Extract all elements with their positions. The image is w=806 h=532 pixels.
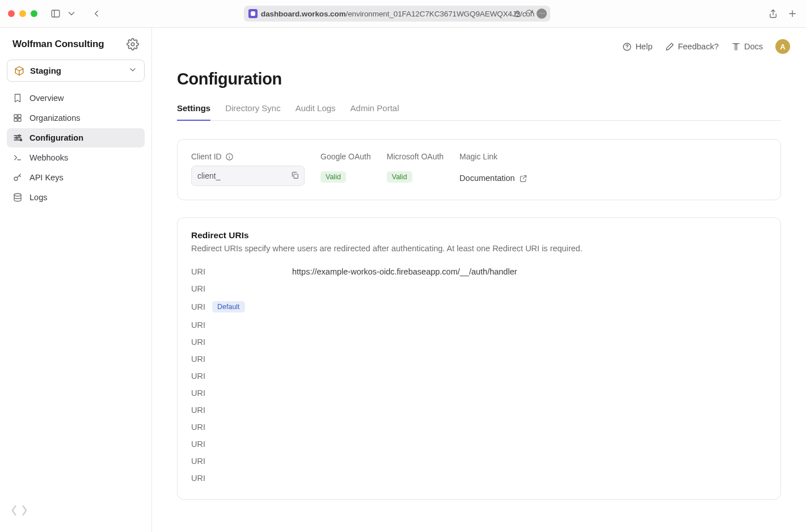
sidebar-item-logs[interactable]: Logs — [7, 188, 145, 207]
sidebar-item-webhooks[interactable]: Webhooks — [7, 148, 145, 167]
docs-link[interactable]: Docs — [731, 42, 763, 52]
back-button[interactable] — [91, 8, 102, 19]
google-oauth-label: Google OAuth — [320, 152, 371, 161]
svg-rect-0 — [52, 10, 60, 17]
sidebar-toggle-icon[interactable] — [50, 8, 61, 19]
svg-rect-14 — [294, 174, 298, 178]
new-tab-icon[interactable] — [787, 8, 798, 19]
help-link[interactable]: Help — [622, 42, 652, 52]
svg-rect-5 — [14, 119, 17, 121]
microsoft-oauth-label: Microsoft OAuth — [387, 152, 444, 161]
tab-admin-portal[interactable]: Admin Portal — [351, 103, 399, 121]
tabs: SettingsDirectory SyncAudit LogsAdmin Po… — [177, 103, 781, 121]
uri-row: URI — [191, 453, 767, 470]
uri-label: URI — [191, 371, 282, 381]
uri-label: URI — [191, 284, 282, 293]
grid-icon — [12, 113, 23, 123]
uri-label: URI — [191, 440, 282, 449]
feedback-link[interactable]: Feedback? — [665, 42, 719, 52]
svg-point-8 — [16, 137, 18, 139]
more-icon[interactable]: ⋯ — [537, 9, 547, 19]
tab-audit-logs[interactable]: Audit Logs — [296, 103, 336, 121]
tab-directory-sync[interactable]: Directory Sync — [225, 103, 281, 121]
redirect-uris-description: Redirect URIs specify where users are re… — [191, 244, 767, 253]
box-icon — [14, 66, 24, 76]
uri-label: URI — [191, 389, 282, 398]
settings-gear-icon[interactable] — [126, 38, 139, 50]
tab-dropdown-icon[interactable] — [66, 8, 77, 19]
sidebar-item-organizations[interactable]: Organizations — [7, 108, 145, 128]
main-content: Help Feedback? Docs A Configuration Sett… — [152, 28, 806, 532]
svg-rect-4 — [18, 115, 21, 117]
svg-rect-3 — [14, 115, 17, 117]
environment-selector[interactable]: Staging — [7, 60, 145, 82]
browser-chrome: dashboard.workos.com/environment_01FA12C… — [0, 0, 806, 28]
uri-row: URI — [191, 436, 767, 453]
uri-row: URI — [191, 333, 767, 351]
sidebar: Wolfman Consulting Staging OverviewOrgan… — [0, 28, 152, 532]
client-id-field[interactable]: client_ — [191, 166, 305, 186]
magic-link-label: Magic Link — [459, 152, 528, 161]
uri-label: URI — [191, 423, 282, 432]
uri-label: URI — [191, 406, 282, 415]
uri-label: URIDefault — [191, 301, 282, 313]
redirect-uris-title: Redirect URIs — [191, 230, 767, 240]
page-title: Configuration — [177, 70, 781, 88]
tab-settings[interactable]: Settings — [177, 103, 210, 121]
uri-row: URI — [191, 419, 767, 436]
redirect-uris-card: Redirect URIs Redirect URIs specify wher… — [177, 217, 781, 500]
uri-label: URI — [191, 474, 282, 483]
svg-point-2 — [131, 43, 134, 46]
microsoft-oauth-status: Valid — [387, 171, 412, 183]
uri-row: URI — [191, 316, 767, 333]
uri-value[interactable]: https://example-workos-oidc.firebaseapp.… — [292, 267, 517, 276]
uri-row: URIhttps://example-workos-oidc.firebasea… — [191, 263, 767, 280]
key-icon — [12, 172, 23, 183]
window-close[interactable] — [8, 10, 15, 17]
sliders-icon — [12, 133, 23, 143]
uri-row: URI — [191, 280, 767, 297]
environment-label: Staging — [30, 66, 61, 75]
nav-item-label: Logs — [29, 193, 47, 202]
svg-point-11 — [14, 193, 21, 196]
svg-rect-1 — [515, 13, 520, 16]
database-icon — [12, 192, 23, 202]
sidebar-item-api-keys[interactable]: API Keys — [7, 168, 145, 187]
uri-row: URI — [191, 385, 767, 402]
user-avatar[interactable]: A — [775, 39, 790, 54]
url-bar[interactable]: dashboard.workos.com/environment_01FA12C… — [244, 6, 550, 22]
nav-item-label: Webhooks — [29, 153, 68, 162]
magic-link-documentation[interactable]: Documentation — [459, 174, 528, 183]
sidebar-item-overview[interactable]: Overview — [7, 88, 145, 108]
client-id-label: Client ID — [191, 152, 305, 161]
lock-icon — [513, 9, 522, 18]
site-favicon — [248, 9, 258, 18]
nav-item-label: API Keys — [29, 173, 64, 182]
svg-rect-6 — [18, 119, 21, 121]
uri-row: URI — [191, 470, 767, 487]
info-icon[interactable] — [225, 153, 234, 161]
chevron-down-icon — [128, 65, 137, 76]
sidebar-item-configuration[interactable]: Configuration — [7, 128, 145, 147]
uri-label: URI — [191, 320, 282, 330]
nav-item-label: Overview — [29, 94, 64, 103]
google-oauth-status: Valid — [320, 171, 346, 183]
window-controls — [8, 10, 37, 17]
nav-item-label: Organizations — [29, 113, 80, 123]
terminal-icon — [12, 153, 23, 163]
window-maximize[interactable] — [31, 10, 37, 17]
uri-label: URI — [191, 337, 282, 347]
uri-row: URI — [191, 368, 767, 385]
share-icon[interactable] — [767, 8, 779, 19]
credentials-card: Client ID client_ Google OAuth — [177, 139, 781, 200]
org-name: Wolfman Consulting — [12, 39, 104, 50]
copy-icon[interactable] — [290, 171, 299, 181]
default-badge: Default — [212, 301, 245, 313]
window-minimize[interactable] — [19, 10, 26, 17]
nav-item-label: Configuration — [29, 133, 83, 142]
svg-point-7 — [19, 135, 20, 137]
uri-label: URI — [191, 354, 282, 364]
bookmark-icon — [12, 93, 23, 103]
reload-icon[interactable] — [525, 9, 534, 18]
uri-row: URI — [191, 351, 767, 368]
